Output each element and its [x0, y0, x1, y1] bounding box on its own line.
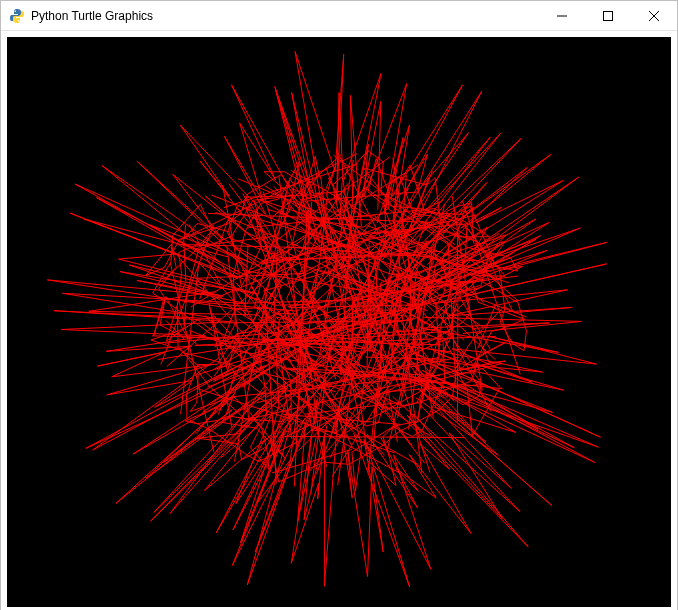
close-icon [649, 11, 659, 21]
app-window: Python Turtle Graphics [0, 0, 678, 610]
turtle-canvas [7, 37, 671, 607]
close-button[interactable] [631, 1, 677, 31]
window-controls [539, 1, 677, 30]
maximize-button[interactable] [585, 1, 631, 31]
maximize-icon [603, 11, 613, 21]
titlebar[interactable]: Python Turtle Graphics [1, 1, 677, 31]
minimize-button[interactable] [539, 1, 585, 31]
svg-rect-3 [604, 12, 613, 21]
python-turtle-icon [9, 8, 25, 24]
canvas-area [1, 31, 677, 610]
minimize-icon [557, 11, 567, 21]
svg-point-1 [18, 19, 20, 21]
window-title: Python Turtle Graphics [31, 9, 153, 23]
svg-point-0 [15, 10, 17, 12]
